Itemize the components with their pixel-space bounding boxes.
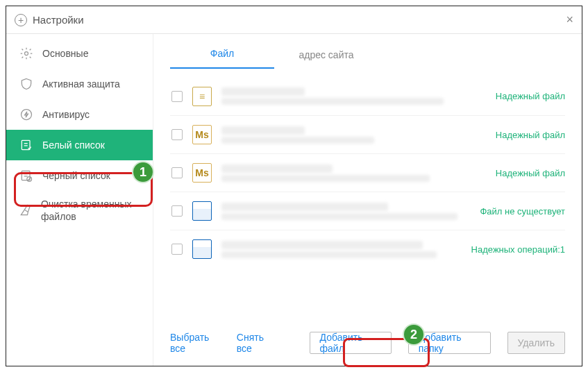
tabs: Файл адрес сайта — [170, 34, 565, 69]
list-item[interactable]: MsНадежный файл — [170, 115, 565, 153]
file-icon: ≡ — [192, 87, 212, 106]
svg-rect-3 — [22, 171, 30, 180]
sidebar-item-whitelist[interactable]: Белый список — [6, 130, 153, 160]
list-item[interactable]: MsНадежный файл — [170, 153, 565, 192]
file-icon: Ms — [192, 163, 212, 183]
status-label: Надежных операций:1 — [454, 244, 565, 255]
sidebar-item-cleanup[interactable]: Очистка временных файлов — [6, 191, 153, 230]
sidebar: Основные Активная защита Антивирус Белый… — [6, 34, 153, 366]
status-label: Надежный файл — [454, 91, 565, 101]
list-item[interactable]: ≡Надежный файл — [170, 77, 565, 115]
svg-point-1 — [22, 110, 32, 120]
footer: Выбрать все Снять все Добавить файл Доба… — [170, 324, 565, 366]
file-icon — [192, 201, 212, 221]
file-name-redacted — [221, 124, 454, 146]
lightning-icon — [19, 107, 34, 122]
sidebar-item-label: Черный список — [42, 170, 110, 181]
file-icon: Ms — [192, 125, 212, 144]
file-name-redacted — [221, 85, 454, 107]
list-block-icon — [19, 168, 34, 183]
checkbox[interactable] — [171, 129, 183, 140]
checkbox[interactable] — [171, 91, 183, 102]
file-name-redacted — [221, 239, 454, 260]
window-title: Настройки — [33, 14, 84, 26]
svg-point-0 — [25, 52, 28, 56]
sidebar-item-label: Активная защита — [42, 78, 120, 90]
broom-icon — [19, 203, 33, 218]
file-list: ≡Надежный файл MsНадежный файл MsНадежны… — [170, 77, 565, 324]
sidebar-item-label: Белый список — [42, 140, 105, 151]
callout-badge-2: 2 — [403, 323, 425, 346]
shield-icon — [19, 76, 34, 92]
sidebar-item-antivirus[interactable]: Антивирус — [6, 99, 153, 130]
checkbox[interactable] — [171, 167, 183, 178]
callout-badge-1: 1 — [132, 161, 154, 183]
file-icon — [192, 239, 212, 259]
titlebar: + Настройки × — [6, 6, 582, 34]
plus-icon: + — [15, 14, 27, 26]
select-all-link[interactable]: Выбрать все — [170, 332, 220, 354]
sidebar-item-blacklist[interactable]: Черный список — [6, 160, 153, 191]
sidebar-item-general[interactable]: Основные — [6, 38, 153, 69]
delete-button[interactable]: Удалить — [507, 332, 565, 354]
sidebar-item-label: Антивирус — [42, 109, 90, 120]
status-label: Надежный файл — [454, 168, 565, 178]
sidebar-item-label: Основные — [42, 48, 88, 59]
tab-file[interactable]: Файл — [170, 48, 274, 69]
status-label: Файл не существует — [454, 206, 565, 217]
list-item[interactable]: Файл не существует — [170, 192, 565, 230]
list-check-icon — [19, 137, 34, 153]
deselect-all-link[interactable]: Снять все — [237, 332, 276, 354]
gear-icon — [19, 46, 34, 61]
list-item[interactable]: Надежных операций:1 — [170, 230, 565, 268]
file-name-redacted — [221, 201, 454, 222]
status-label: Надежный файл — [454, 130, 565, 140]
checkbox[interactable] — [171, 244, 183, 255]
file-name-redacted — [221, 162, 454, 184]
close-icon[interactable]: × — [566, 12, 573, 27]
tab-site[interactable]: адрес сайта — [274, 49, 378, 69]
add-file-button[interactable]: Добавить файл — [310, 332, 392, 354]
sidebar-item-label: Очистка временных файлов — [41, 198, 153, 223]
sidebar-item-active-protection[interactable]: Активная защита — [6, 69, 153, 99]
checkbox[interactable] — [171, 205, 183, 217]
